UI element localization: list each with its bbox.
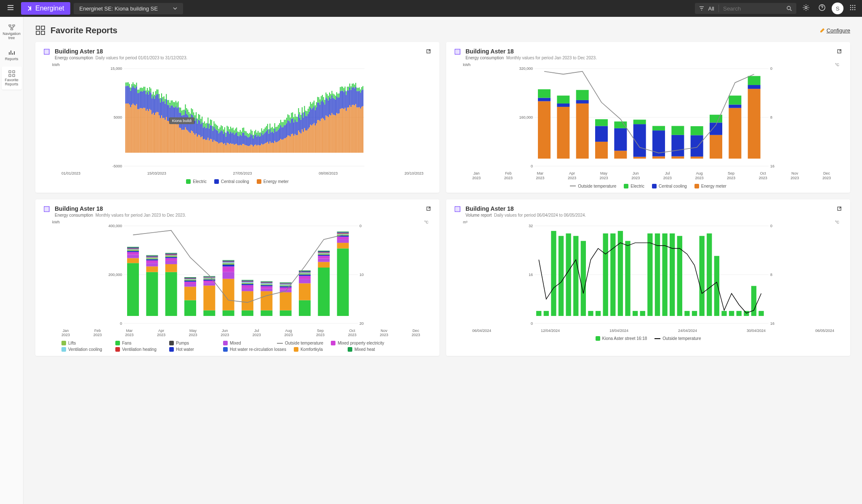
svg-rect-261 <box>217 142 218 153</box>
svg-text:8: 8 <box>770 115 772 119</box>
svg-rect-749 <box>223 262 234 263</box>
popout-button[interactable] <box>836 205 843 214</box>
building-icon <box>454 205 461 213</box>
svg-rect-564 <box>338 114 338 153</box>
svg-rect-136 <box>167 105 168 121</box>
svg-rect-248 <box>211 120 212 125</box>
svg-rect-457 <box>295 119 295 134</box>
svg-rect-91 <box>149 91 150 109</box>
svg-rect-32 <box>125 82 126 86</box>
svg-text:10: 10 <box>359 272 364 276</box>
svg-rect-273 <box>222 143 223 153</box>
svg-rect-674 <box>729 95 741 104</box>
svg-rect-139 <box>168 105 169 121</box>
help-button[interactable] <box>816 1 828 16</box>
svg-rect-285 <box>227 143 228 153</box>
legend-item: Lifts <box>61 341 108 345</box>
svg-rect-246 <box>211 139 212 153</box>
svg-rect-167 <box>179 107 180 112</box>
svg-rect-16 <box>13 71 15 73</box>
svg-rect-586 <box>346 95 347 111</box>
svg-rect-819 <box>337 231 349 232</box>
svg-rect-765 <box>261 310 272 316</box>
svg-rect-282 <box>226 145 226 153</box>
svg-rect-258 <box>216 142 217 153</box>
svg-rect-447 <box>291 134 292 153</box>
svg-rect-77 <box>143 87 144 90</box>
svg-rect-697 <box>127 247 139 247</box>
legend-item: Fans <box>115 341 162 345</box>
svg-rect-39 <box>129 104 130 153</box>
popout-icon <box>836 205 843 212</box>
svg-rect-572 <box>340 87 341 91</box>
sidebar-item-favorite-reports[interactable]: Favorite Reports <box>2 66 22 90</box>
svg-rect-842 <box>625 241 630 316</box>
apps-grid-icon <box>849 4 856 11</box>
svg-rect-689 <box>127 258 139 263</box>
legend-item: Energy meter <box>257 179 289 184</box>
svg-rect-348 <box>252 145 253 153</box>
svg-rect-398 <box>271 128 271 133</box>
svg-point-9 <box>850 9 851 11</box>
svg-rect-381 <box>265 143 266 153</box>
settings-button[interactable] <box>800 1 812 16</box>
svg-rect-328 <box>243 133 244 144</box>
svg-rect-624 <box>361 107 362 153</box>
svg-rect-378 <box>263 144 264 153</box>
svg-rect-700 <box>146 266 158 272</box>
svg-rect-856 <box>729 311 734 316</box>
popout-button[interactable] <box>425 205 432 214</box>
svg-rect-363 <box>258 145 258 153</box>
svg-rect-589 <box>347 90 348 108</box>
svg-rect-465 <box>298 130 299 153</box>
apps-button[interactable] <box>847 2 859 15</box>
svg-rect-200 <box>192 109 193 115</box>
svg-rect-484 <box>305 116 306 130</box>
svg-rect-525 <box>322 118 323 153</box>
svg-rect-72 <box>142 109 143 153</box>
svg-rect-224 <box>202 117 202 122</box>
svg-rect-504 <box>314 123 314 153</box>
hamburger-menu[interactable] <box>3 0 18 16</box>
sidebar-item-nav-tree[interactable]: Navigation tree <box>2 20 22 44</box>
topbar: Energinet Energinet SE: Kiona building S… <box>0 0 862 17</box>
y2-axis-unit: °C <box>835 63 839 67</box>
svg-rect-17 <box>9 74 11 77</box>
svg-rect-615 <box>358 107 359 153</box>
sidebar-item-reports[interactable]: Reports <box>2 45 22 65</box>
svg-rect-351 <box>253 146 254 153</box>
svg-rect-721 <box>184 300 196 316</box>
svg-rect-766 <box>261 291 272 310</box>
popout-button[interactable] <box>425 48 432 56</box>
svg-rect-220 <box>200 124 201 137</box>
svg-rect-51 <box>134 105 135 153</box>
search-input[interactable] <box>723 5 782 12</box>
svg-rect-303 <box>234 145 235 153</box>
svg-rect-832 <box>551 231 556 316</box>
brand-badge[interactable]: Energinet <box>21 2 70 15</box>
svg-rect-479 <box>303 112 304 117</box>
svg-rect-518 <box>318 97 319 103</box>
svg-rect-529 <box>323 102 324 119</box>
svg-rect-726 <box>184 279 196 280</box>
svg-rect-601 <box>352 88 353 105</box>
context-label: Energinet SE: Kiona building SE <box>80 5 158 12</box>
svg-rect-384 <box>266 143 267 153</box>
svg-rect-587 <box>346 91 347 95</box>
svg-rect-656 <box>614 122 627 128</box>
svg-rect-355 <box>254 135 255 145</box>
svg-rect-775 <box>261 281 272 281</box>
popout-button[interactable] <box>836 48 843 56</box>
svg-rect-374 <box>261 128 262 133</box>
report-card: Building Aster 18 Energy consumption Mon… <box>35 199 439 356</box>
configure-link[interactable]: Configure <box>820 27 850 34</box>
avatar[interactable]: S <box>832 3 843 14</box>
svg-text:8: 8 <box>770 272 772 276</box>
svg-rect-277 <box>223 134 224 144</box>
svg-rect-173 <box>181 111 182 116</box>
svg-rect-643 <box>538 98 551 101</box>
svg-rect-711 <box>165 264 177 272</box>
search-filter[interactable]: All <box>695 3 796 14</box>
svg-rect-604 <box>353 87 354 105</box>
context-selector[interactable]: Energinet SE: Kiona building SE <box>74 3 183 14</box>
